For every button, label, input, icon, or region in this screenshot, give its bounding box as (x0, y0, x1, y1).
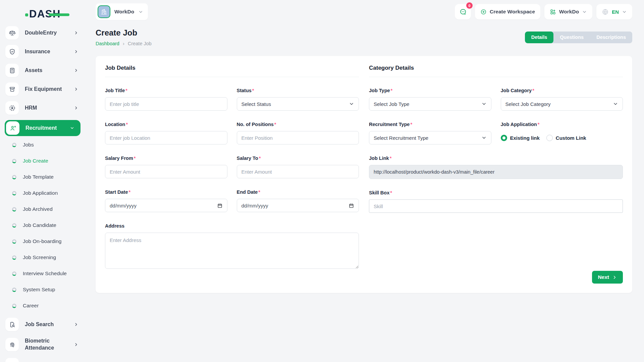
form-step-tabs: Details Questions Descriptions (525, 32, 632, 43)
chevron-right-icon (74, 342, 78, 347)
job-type-select[interactable]: Select Job Type (369, 97, 491, 111)
circle-icon (12, 288, 16, 292)
start-date-input[interactable]: dd/mm/yyyy (105, 199, 227, 212)
required-asterisk: * (532, 88, 534, 93)
chevron-right-icon (612, 275, 617, 280)
building-icon (98, 5, 110, 18)
sidebar-item-assets[interactable]: Assets (5, 64, 80, 77)
messages-badge: 0 (466, 2, 473, 9)
radio-custom-link[interactable]: Custom Link (546, 135, 586, 141)
sidebar-subitem-job-candidate[interactable]: Job Candidate (12, 221, 80, 229)
document-search-icon (5, 318, 19, 331)
sidebar-item-label: Biometric Attendance (25, 338, 74, 352)
skill-box-label: Skill Box* (369, 190, 623, 195)
chevron-down-icon (622, 9, 627, 14)
job-category-label: Job Category* (501, 88, 623, 93)
sidebar-subitem-interview-schedule[interactable]: Interview Schedule (12, 269, 80, 278)
job-type-label: Job Type* (369, 88, 491, 93)
circle-icon (12, 159, 16, 163)
status-select[interactable]: Select Status (237, 97, 359, 111)
chevron-down-icon (70, 126, 74, 130)
sidebar-item-insurance[interactable]: Insurance (5, 45, 80, 58)
language-dropdown[interactable]: EN (596, 4, 632, 19)
chevron-down-icon (138, 9, 143, 14)
fingerprint-icon (5, 338, 19, 351)
sidebar-item-label: DoubleEntry (25, 29, 74, 37)
sidebar-subitem-jobs[interactable]: Jobs (12, 141, 80, 149)
tab-details[interactable]: Details (525, 32, 554, 43)
workspace-name: WorkDo (114, 9, 134, 15)
tab-questions[interactable]: Questions (553, 32, 590, 43)
sidebar-subitem-job-application[interactable]: Job Application (12, 189, 80, 197)
required-asterisk: * (274, 122, 276, 127)
job-title-input[interactable] (105, 97, 227, 111)
next-button[interactable]: Next (592, 271, 623, 284)
circle-icon (12, 143, 16, 147)
messages-button[interactable]: 0 (455, 4, 471, 19)
salary-to-input[interactable] (237, 165, 359, 178)
app-logo[interactable]: DASH (0, 6, 86, 21)
address-textarea[interactable] (105, 233, 359, 269)
sidebar-item-procurement[interactable]: Procurement (5, 358, 80, 362)
plus-circle-icon (480, 9, 487, 15)
chevron-right-icon (74, 49, 78, 54)
sidebar-item-doubleentry[interactable]: DoubleEntry (5, 26, 80, 40)
sidebar-item-hrm[interactable]: HRM (5, 101, 80, 115)
sidebar-subitem-job-archived[interactable]: Job Archived (12, 205, 80, 213)
field-positions: No. of Positions* (237, 122, 359, 144)
field-salary-from: Salary From* (105, 156, 227, 178)
circle-icon (12, 175, 16, 179)
percent-icon (5, 358, 19, 362)
salary-to-label: Salary To* (237, 156, 359, 161)
status-select-value: Select Status (241, 101, 271, 107)
sidebar-subitem-job-onboarding[interactable]: Job On-boarding (12, 237, 80, 245)
tab-descriptions[interactable]: Descriptions (590, 32, 632, 43)
circle-icon (12, 304, 16, 308)
sidebar-subitem-job-template[interactable]: Job Template (12, 173, 80, 181)
breadcrumb-separator: › (123, 41, 124, 46)
circle-icon (12, 272, 16, 276)
calculator-icon (5, 64, 19, 77)
positions-input[interactable] (237, 131, 359, 144)
main-content: Create Job Dashboard › Create Job Detail… (86, 0, 644, 293)
archive-box-icon (5, 82, 19, 96)
sidebar-item-label: Job Search (25, 321, 74, 328)
sidebar-item-job-search[interactable]: Job Search (5, 318, 80, 331)
job-title-label: Job Title* (105, 88, 227, 93)
radio-existing-link[interactable]: Existing link (501, 135, 540, 141)
required-asterisk: * (390, 190, 392, 195)
sidebar-subitem-system-setup[interactable]: System Setup (12, 286, 80, 294)
recruitment-type-select[interactable]: Select Recruitment Type (369, 131, 491, 144)
salary-from-input[interactable] (105, 165, 227, 178)
workspace-switcher[interactable]: WorkDo (96, 3, 148, 20)
sidebar-item-recruitment[interactable]: Recruitment (5, 120, 80, 136)
sidebar-item-biometric-attendance[interactable]: Biometric Attendance (5, 337, 80, 353)
sidebar-subitem-career[interactable]: Career (12, 302, 80, 310)
status-label: Status* (237, 88, 359, 93)
sidebar-menu: DoubleEntry Insurance Assets Fix Equipme… (0, 26, 86, 362)
sidebar-subitem-job-screening[interactable]: Job Screening (12, 253, 80, 261)
breadcrumb: Dashboard › Create Job (96, 41, 152, 46)
job-link-input[interactable] (369, 165, 623, 179)
required-asterisk: * (126, 122, 128, 127)
end-date-input[interactable]: dd/mm/yyyy (237, 199, 359, 212)
field-job-link: Job Link* (369, 156, 623, 179)
required-asterisk: * (259, 156, 261, 161)
chevron-down-icon (582, 9, 587, 14)
positions-label: No. of Positions* (237, 122, 359, 127)
sidebar-subitem-job-create[interactable]: Job Create (12, 157, 80, 165)
field-recruitment-type: Recruitment Type* Select Recruitment Typ… (369, 122, 491, 144)
breadcrumb-dashboard-link[interactable]: Dashboard (96, 41, 119, 46)
create-workspace-button[interactable]: Create Workspace (475, 4, 540, 19)
skill-input[interactable] (369, 199, 623, 213)
sidebar-item-fix-equipment[interactable]: Fix Equipment (5, 82, 80, 96)
company-dropdown[interactable]: WorkDo (544, 4, 592, 19)
job-category-select[interactable]: Select Job Category (501, 97, 623, 111)
chevron-right-icon (74, 106, 78, 110)
location-input[interactable] (105, 131, 227, 144)
chevron-down-icon (613, 101, 618, 107)
circle-icon (12, 191, 16, 195)
chat-icon (459, 8, 467, 16)
chevron-right-icon (74, 322, 78, 327)
field-end-date: End Date* dd/mm/yyyy (237, 189, 359, 212)
